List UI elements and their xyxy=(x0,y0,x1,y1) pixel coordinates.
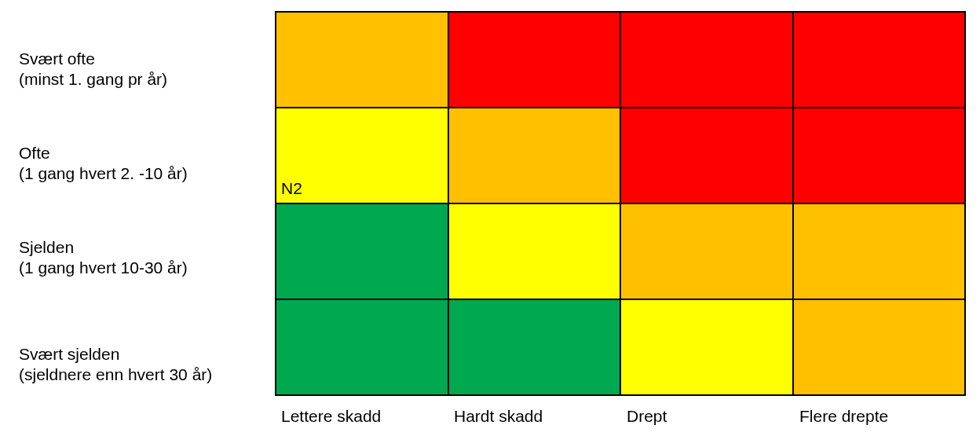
row-label-2-main: Ofte xyxy=(19,143,270,163)
matrix-cell xyxy=(620,299,793,395)
matrix-cell xyxy=(793,203,966,299)
row-label-2-sub: (1 gang hvert 2. -10 år) xyxy=(19,163,270,184)
matrix-cell xyxy=(793,108,966,203)
matrix-cell xyxy=(276,203,448,299)
row-label-2: Ofte (1 gang hvert 2. -10 år) xyxy=(19,116,270,211)
row-label-4-sub: (sjeldnere enn hvert 30 år) xyxy=(19,365,270,385)
matrix-cell xyxy=(793,12,966,108)
matrix-cell-label: N2 xyxy=(281,179,302,198)
row-label-1: Svært ofte (minst 1. gang pr år) xyxy=(19,22,270,116)
row-label-3-main: Sjelden xyxy=(19,237,270,258)
matrix-cell xyxy=(620,12,793,108)
risk-matrix: Svært ofte (minst 1. gang pr år) Ofte (1… xyxy=(0,0,980,447)
row-axis-labels: Svært ofte (minst 1. gang pr år) Ofte (1… xyxy=(19,22,270,399)
matrix-cell xyxy=(448,108,621,203)
matrix-cell: N2 xyxy=(276,108,448,203)
matrix-cell xyxy=(620,108,793,203)
col-axis-labels: Lettere skadd Hardt skadd Drept Flere dr… xyxy=(275,402,966,426)
matrix-cell xyxy=(448,299,621,395)
row-label-3-sub: (1 gang hvert 10-30 år) xyxy=(19,258,270,278)
col-label-2: Hardt skadd xyxy=(448,402,620,426)
row-label-4-main: Svært sjelden xyxy=(19,344,270,365)
matrix-cell xyxy=(620,203,793,299)
matrix-grid: N2 xyxy=(275,11,966,396)
row-label-1-main: Svært ofte xyxy=(19,49,270,69)
row-label-1-sub: (minst 1. gang pr år) xyxy=(19,69,270,90)
matrix-cell xyxy=(448,203,621,299)
col-label-4: Flere drepte xyxy=(793,402,966,426)
col-label-3: Drept xyxy=(620,402,793,426)
matrix-cell xyxy=(276,299,448,395)
matrix-cell xyxy=(793,299,966,395)
row-label-3: Sjelden (1 gang hvert 10-30 år) xyxy=(19,211,270,305)
row-label-4: Svært sjelden (sjeldnere enn hvert 30 år… xyxy=(19,305,270,399)
col-label-1: Lettere skadd xyxy=(275,402,448,426)
matrix-cell xyxy=(276,12,448,108)
matrix-cell xyxy=(448,12,621,108)
